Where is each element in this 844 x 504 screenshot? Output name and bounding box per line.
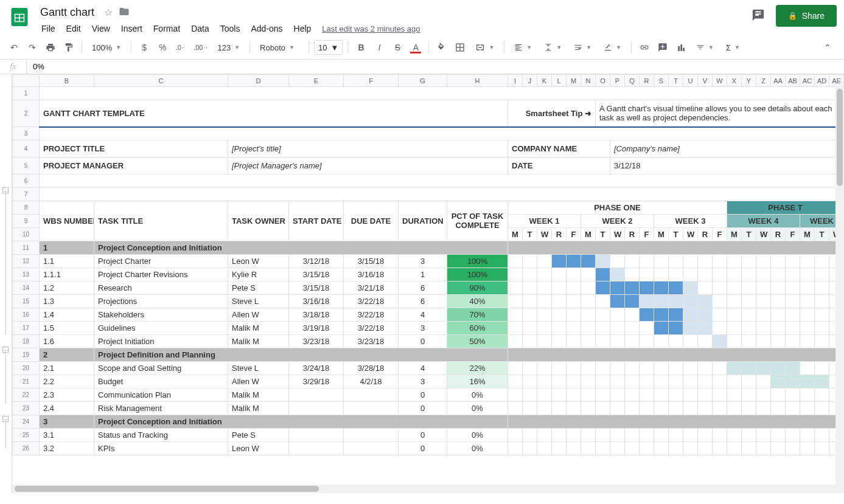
move-folder-icon[interactable] <box>119 6 130 19</box>
undo-button[interactable]: ↶ <box>6 40 22 55</box>
menu-addons[interactable]: Add-ons <box>246 21 287 36</box>
phase-two-header[interactable]: PHASE T <box>727 201 844 215</box>
section-2-title[interactable]: Project Definition and Planning <box>94 348 508 362</box>
menu-help[interactable]: Help <box>289 21 316 36</box>
col-S[interactable]: S <box>654 75 669 87</box>
phase-one-header[interactable]: PHASE ONE <box>508 201 727 215</box>
row-19[interactable]: 19 <box>13 348 40 362</box>
project-title-label[interactable]: PROJECT TITLE <box>40 140 228 157</box>
date-label[interactable]: DATE <box>508 157 610 174</box>
row-22[interactable]: 22 <box>13 388 40 402</box>
col-R[interactable]: R <box>640 75 654 87</box>
section-1-title[interactable]: Project Conception and Initiation <box>94 241 508 255</box>
row-24[interactable]: 24 <box>13 415 40 429</box>
filter-button[interactable]: ▼ <box>691 40 719 55</box>
row-7[interactable]: 7 <box>13 188 40 201</box>
col-AA[interactable]: AA <box>771 75 786 87</box>
select-all-corner[interactable] <box>13 75 40 87</box>
row-26[interactable]: 26 <box>13 442 40 455</box>
company-name-value[interactable]: [Company's name] <box>610 140 844 157</box>
hdr-owner[interactable]: TASK OWNER <box>228 201 289 241</box>
merge-button[interactable]: ▼ <box>470 40 499 55</box>
week4-header[interactable]: WEEK 4 <box>727 215 800 228</box>
section-3-title[interactable]: Project Conception and Initiation <box>94 415 508 429</box>
row-20[interactable]: 20 <box>13 362 40 375</box>
col-C[interactable]: C <box>94 75 228 87</box>
col-I[interactable]: I <box>508 75 523 87</box>
hdr-due[interactable]: DUE DATE <box>344 201 399 241</box>
italic-button[interactable]: I <box>371 40 387 55</box>
pm-label[interactable]: PROJECT MANAGER <box>40 157 228 174</box>
col-N[interactable]: N <box>581 75 596 87</box>
row-1[interactable]: 1 <box>13 87 40 100</box>
company-name-label[interactable]: COMPANY NAME <box>508 140 610 157</box>
col-W[interactable]: W <box>713 75 727 87</box>
group-toggle-3[interactable]: – <box>2 416 9 422</box>
section-3-num[interactable]: 3 <box>40 415 94 429</box>
borders-button[interactable] <box>452 40 468 55</box>
share-button[interactable]: 🔒 Share <box>776 5 837 27</box>
col-F[interactable]: F <box>344 75 399 87</box>
font-size-input[interactable]: 10▼ <box>314 40 343 55</box>
more-formats-button[interactable]: 123▼ <box>212 40 245 55</box>
link-button[interactable] <box>636 40 652 55</box>
row-23[interactable]: 23 <box>13 402 40 415</box>
col-O[interactable]: O <box>596 75 610 87</box>
col-Z[interactable]: Z <box>756 75 771 87</box>
horizontal-scrollbar[interactable] <box>12 485 835 493</box>
col-AC[interactable]: AC <box>800 75 815 87</box>
menu-tools[interactable]: Tools <box>215 21 245 36</box>
row-5[interactable]: 5 <box>13 157 40 174</box>
menu-file[interactable]: File <box>37 21 60 36</box>
row-17[interactable]: 17 <box>13 322 40 335</box>
decrease-decimal-button[interactable]: .0← <box>173 40 189 55</box>
pm-value[interactable]: [Project Manager's name] <box>228 157 508 174</box>
row-3[interactable]: 3 <box>13 127 40 140</box>
menu-insert[interactable]: Insert <box>116 21 147 36</box>
week1-header[interactable]: WEEK 1 <box>508 215 581 228</box>
wrap-button[interactable]: ▼ <box>569 40 596 55</box>
row-4[interactable]: 4 <box>13 140 40 157</box>
group-toggle-2[interactable]: – <box>2 347 9 353</box>
row-13[interactable]: 13 <box>13 268 40 281</box>
date-value[interactable]: 3/12/18 <box>610 157 844 174</box>
col-AE[interactable]: AE <box>829 75 844 87</box>
row-15[interactable]: 15 <box>13 295 40 308</box>
col-T[interactable]: T <box>669 75 683 87</box>
sheets-logo-icon[interactable] <box>7 5 32 29</box>
halign-button[interactable]: ▼ <box>509 40 537 55</box>
currency-button[interactable]: $ <box>136 40 152 55</box>
percent-button[interactable]: % <box>155 40 170 55</box>
comments-button[interactable] <box>748 5 769 26</box>
row-16[interactable]: 16 <box>13 308 40 322</box>
smartsheet-tip-link[interactable]: Smartsheet Tip ➜ <box>508 100 596 127</box>
print-button[interactable] <box>43 40 58 55</box>
star-icon[interactable]: ☆ <box>104 7 113 18</box>
zoom-select[interactable]: 100%▼ <box>87 40 126 55</box>
col-E[interactable]: E <box>289 75 344 87</box>
strike-button[interactable]: S <box>389 40 405 55</box>
collapse-toolbar-button[interactable]: ⌃ <box>820 40 835 55</box>
row-6[interactable]: 6 <box>13 174 40 188</box>
week2-header[interactable]: WEEK 2 <box>581 215 654 228</box>
col-D[interactable]: D <box>228 75 289 87</box>
paint-format-button[interactable] <box>61 40 77 55</box>
row-10[interactable]: 10 <box>13 228 40 241</box>
row-11[interactable]: 11 <box>13 241 40 255</box>
increase-decimal-button[interactable]: .00→ <box>191 40 210 55</box>
menu-data[interactable]: Data <box>186 21 214 36</box>
formula-input[interactable]: 0% <box>27 62 44 71</box>
chart-button[interactable] <box>673 40 689 55</box>
section-1-num[interactable]: 1 <box>40 241 94 255</box>
text-color-button[interactable]: A <box>408 40 424 55</box>
row-25[interactable]: 25 <box>13 429 40 442</box>
col-M[interactable]: M <box>567 75 581 87</box>
section-2-num[interactable]: 2 <box>40 348 94 362</box>
comment-button[interactable] <box>655 40 671 55</box>
row-2[interactable]: 2 <box>13 100 40 127</box>
col-P[interactable]: P <box>610 75 625 87</box>
valign-button[interactable]: ▼ <box>539 40 567 55</box>
row-8[interactable]: 8 <box>13 201 40 215</box>
col-V[interactable]: V <box>698 75 713 87</box>
menu-format[interactable]: Format <box>148 21 185 36</box>
